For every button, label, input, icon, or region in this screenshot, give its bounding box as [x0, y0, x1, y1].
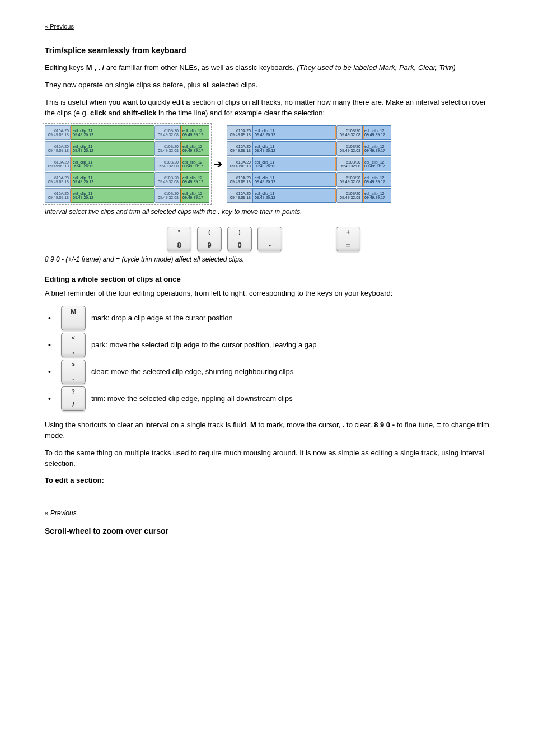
clip: edl_clip_1109:49:26:12	[71, 125, 154, 140]
track-row: 610A/2009:49:09:18 edl_clip_1109:49:26:1…	[45, 141, 209, 156]
track-row: 610A/2009:49:09:18 edl_clip_1109:49:26:1…	[227, 141, 391, 156]
subheading-edit-section: Editing a whole section of clips at once	[45, 274, 489, 285]
track-row: 610A/2009:49:09:18 edl_clip_1109:49:26:1…	[227, 125, 391, 140]
paragraph-2: They now operate on single clips as befo…	[45, 80, 489, 91]
track-row: 610A/2009:49:09:18 edl_clip_1109:49:26:1…	[45, 125, 209, 140]
track-row: 610A/2009:49:09:18 edl_clip_1109:49:26:1…	[45, 172, 209, 187]
section-heading-scroll: Scroll-wheel to zoom over cursor	[45, 525, 489, 536]
p1-mid: are familiar from other NLEs, as well as…	[106, 63, 297, 72]
prev-link-top[interactable]: « Previous	[45, 22, 489, 31]
paragraph-4: A brief reminder of the four editing ope…	[45, 288, 489, 299]
key-0[interactable]: )0	[227, 227, 252, 251]
list-item: >. clear: move the selected clip edge, s…	[57, 360, 489, 384]
paragraph-6: To do the same thing on multiple tracks …	[45, 448, 489, 469]
clip-stub: 610B/2009:49:32:08	[154, 125, 180, 140]
key-operations-list: M mark: drop a clip edge at the cursor p…	[45, 306, 489, 411]
paragraph-1: Editing keys M , . / are familiar from o…	[45, 63, 489, 73]
p1-prefix: Editing keys	[45, 63, 86, 72]
list-item: ?/ trim: move the selected clip edge, ri…	[57, 386, 489, 411]
op-desc-park: park: move the selected clip edge to the…	[91, 340, 317, 351]
arrow-icon: ➔	[214, 157, 222, 171]
key-9[interactable]: (9	[197, 227, 222, 251]
track-row: 610A/2009:49:09:18 edl_clip_1109:49:26:1…	[227, 188, 391, 203]
track-row: 610A/2009:49:09:18 edl_clip_1109:49:26:1…	[45, 157, 209, 171]
p1-keys: M , . /	[86, 63, 105, 72]
figure-caption-keys: 8 9 0 - (+/-1 frame) and = (cycle trim m…	[45, 255, 489, 264]
track-row: 610A/2009:49:09:18 edl_clip_1109:49:26:1…	[45, 188, 209, 203]
p1-note: (They used to be labeled Mark, Park, Cle…	[297, 63, 456, 72]
list-item: <, park: move the selected clip edge to …	[57, 333, 489, 357]
p3-click: click	[90, 109, 106, 117]
track-row: 610A/2009:49:09:18 edl_clip_1109:49:26:1…	[227, 157, 391, 171]
clip-stub: 610A/2009:49:09:18	[45, 125, 71, 140]
key-slash[interactable]: ?/	[61, 386, 86, 411]
op-desc-mark: mark: drop a clip edge at the cursor pos…	[91, 313, 233, 324]
paragraph-5: Using the shortcuts to clear an interval…	[45, 420, 489, 441]
figure-caption-1: Interval-select five clips and trim all …	[45, 207, 489, 217]
p3-c: in the time line) and for example clear …	[158, 109, 325, 117]
prev-link-bottom[interactable]: « Previous	[45, 508, 489, 518]
timeline-after: 610A/2009:49:09:18 edl_clip_1109:49:26:1…	[227, 125, 391, 203]
key-8[interactable]: *8	[167, 227, 191, 251]
timeline-figure: 610A/2009:49:09:18 edl_clip_1109:49:26:1…	[45, 125, 489, 203]
key-m[interactable]: M	[61, 306, 86, 330]
key-period[interactable]: >.	[61, 360, 86, 384]
p3-b: and	[108, 109, 122, 117]
list-item: M mark: drop a clip edge at the cursor p…	[57, 306, 489, 330]
op-desc-trim: trim: move the selected clip edge, rippl…	[91, 394, 293, 404]
key-minus[interactable]: _-	[257, 227, 282, 251]
keyrow-nudge: *8 (9 )0 _- +=	[167, 227, 489, 251]
section-heading-trim: Trim/splice seamlessly from keyboard	[45, 45, 489, 56]
track-row: 610A/2009:49:09:18 edl_clip_1109:49:26:1…	[227, 172, 391, 187]
clip-tiny: edl_clip_1209:49:39:17	[180, 125, 209, 140]
paragraph-3: This is useful when you want to quickly …	[45, 97, 489, 119]
op-desc-clear: clear: move the selected clip edge, shun…	[91, 367, 293, 377]
p3-shiftclick: shift-click	[123, 109, 157, 117]
subheading-to-edit: To edit a section:	[45, 475, 489, 486]
key-equals[interactable]: +=	[336, 227, 360, 251]
timeline-before: 610A/2009:49:09:18 edl_clip_1109:49:26:1…	[45, 125, 209, 203]
key-comma[interactable]: <,	[61, 333, 86, 357]
